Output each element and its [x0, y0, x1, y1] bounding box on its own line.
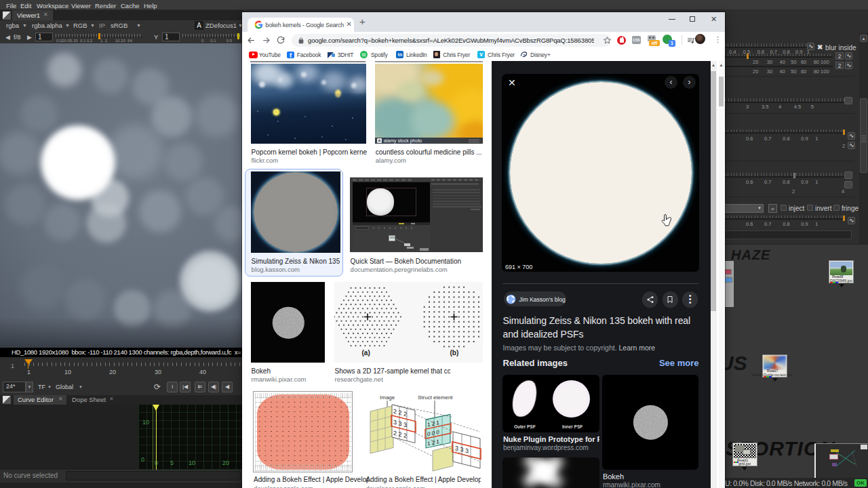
svg-text:Image: Image	[380, 394, 395, 401]
svg-text:Struct element: Struct element	[418, 394, 453, 401]
